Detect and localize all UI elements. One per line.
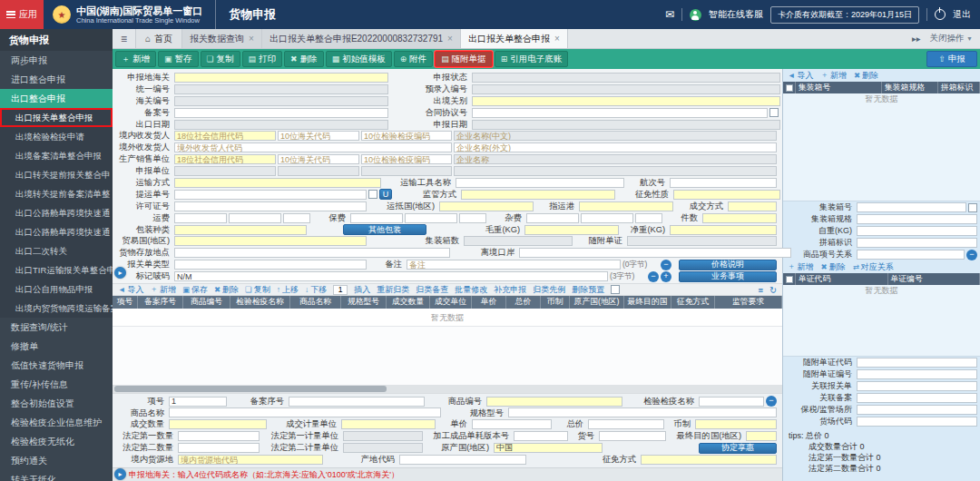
form-input[interactable] [399, 455, 526, 465]
declare-date-input[interactable] [472, 120, 780, 130]
grid-import-button[interactable]: ◄导入 [118, 284, 143, 296]
form-input[interactable] [702, 213, 777, 223]
form-input[interactable] [174, 190, 367, 200]
form-input[interactable] [343, 443, 423, 453]
form-input[interactable] [464, 236, 573, 246]
refresh-icon[interactable]: ↻ [769, 285, 777, 295]
container-field-input[interactable] [857, 202, 966, 212]
form-input[interactable] [454, 142, 777, 152]
scrollbar-thumb[interactable] [114, 386, 387, 392]
form-input[interactable] [407, 260, 621, 270]
round-button[interactable]: − [966, 250, 977, 260]
sidebar-item[interactable]: 两步申报 [0, 51, 113, 70]
sidebar-item-export-declaration[interactable]: 出口报关单整合申报 [0, 108, 113, 127]
apps-menu-button[interactable]: 应用 [0, 0, 44, 29]
form-input[interactable] [459, 213, 486, 223]
grid-move-down-button[interactable]: ↓下移 [305, 284, 327, 296]
tab-close-icon[interactable]: × [554, 34, 560, 44]
contract-checkbox[interactable] [769, 108, 779, 117]
container-import-button[interactable]: ◄导入 [788, 70, 813, 82]
record-no-input[interactable] [174, 108, 388, 118]
form-input[interactable] [174, 166, 276, 176]
sidebar-item[interactable]: 修撤单 [0, 337, 113, 356]
form-input[interactable] [174, 142, 452, 152]
sidebar-item[interactable]: 出口公路舱单跨境快速通 [0, 203, 113, 222]
sidebar-item[interactable]: 出境转关提前备案清单整 [0, 184, 113, 203]
delete-button[interactable]: ✖删除 [284, 51, 324, 67]
tab-home[interactable]: ⌂ 首页 [136, 29, 182, 48]
documents-field-input[interactable] [857, 393, 977, 403]
form-input[interactable] [405, 213, 457, 223]
form-input[interactable] [289, 397, 425, 407]
sidebar-item[interactable]: 重传/补传信息 [0, 375, 113, 394]
checkbox[interactable] [968, 203, 977, 212]
documents-field-input[interactable] [857, 358, 977, 368]
form-input[interactable] [343, 431, 423, 441]
grid-move-up-button[interactable]: ↑上移 [277, 284, 299, 296]
tab-export-declaration-doc[interactable]: 出口报关单整合申报E20220000832732791× [262, 29, 461, 48]
agreement-benefit-button[interactable]: 协定享惠 [699, 443, 777, 454]
form-input[interactable] [278, 131, 359, 141]
sidebar-item[interactable]: 出口TIR运输报关单整合申 [0, 260, 113, 280]
grid-reclassify-button[interactable]: 重新归类 [377, 284, 409, 296]
tab-close-icon[interactable]: × [447, 34, 453, 44]
new-button[interactable]: ＋新增 [115, 51, 156, 67]
sidebar-item[interactable]: 低值快速货物申报 [0, 356, 113, 375]
form-input[interactable] [174, 260, 367, 270]
documents-add-button[interactable]: ＋新增 [788, 261, 814, 273]
sidebar-item[interactable]: 出口整合申报 [0, 89, 113, 108]
form-input[interactable] [174, 201, 367, 211]
documents-field-input[interactable] [857, 381, 977, 391]
container-delete-button[interactable]: ✖删除 [854, 70, 878, 82]
form-input[interactable] [486, 397, 622, 407]
form-input[interactable] [627, 236, 777, 246]
form-input[interactable] [524, 225, 619, 235]
sidebar-item[interactable]: 检验检疫无纸化 [0, 432, 113, 451]
form-input[interactable] [283, 213, 310, 223]
customs-no-input[interactable] [174, 96, 388, 106]
form-input[interactable] [472, 419, 552, 429]
attachment-button[interactable]: ⊕附件 [394, 51, 434, 67]
collapse-detail-form-button[interactable]: ▸ [114, 468, 126, 480]
tab-export-declaration[interactable]: 出口报关单整合申报× [461, 29, 568, 48]
logout-button[interactable]: 退出 [953, 8, 971, 21]
form-input[interactable] [699, 397, 764, 407]
grid-delete-preset-button[interactable]: 删除预置 [572, 284, 604, 296]
form-input[interactable] [439, 201, 534, 211]
form-input[interactable] [174, 178, 381, 188]
copy-button[interactable]: ❏复制 [201, 51, 240, 67]
form-input[interactable] [174, 213, 227, 223]
header-checkbox[interactable] [783, 273, 796, 285]
customer-service-link[interactable]: 智能在线客服 [709, 8, 763, 21]
container-add-button[interactable]: ＋新增 [820, 70, 847, 82]
form-input[interactable] [361, 166, 452, 176]
form-input[interactable] [174, 248, 450, 258]
form-input[interactable] [454, 166, 777, 176]
sidebar-item[interactable]: 数据查询/统计 [0, 318, 113, 337]
container-field-input[interactable] [857, 238, 977, 248]
round-button[interactable]: + [661, 271, 671, 282]
form-input[interactable] [599, 431, 666, 441]
header-checkbox[interactable] [783, 82, 796, 93]
price-note-button[interactable]: 价格说明 [679, 260, 777, 270]
form-input[interactable] [454, 131, 777, 141]
horizontal-scrollbar[interactable] [113, 385, 782, 393]
form-input[interactable] [526, 213, 579, 223]
sidebar-item[interactable]: 出境备案清单整合申报 [0, 146, 113, 165]
form-input[interactable] [670, 178, 777, 188]
form-input[interactable] [361, 154, 452, 164]
form-input[interactable] [695, 419, 777, 429]
form-input[interactable] [728, 201, 777, 211]
round-button[interactable]: − [661, 260, 671, 270]
tab-data-query[interactable]: 报关数据查询× [182, 29, 262, 48]
form-input[interactable] [641, 455, 777, 465]
form-input[interactable] [169, 407, 441, 417]
export-date-input[interactable] [174, 120, 388, 130]
form-input[interactable] [174, 131, 276, 141]
contract-no-input[interactable] [472, 108, 768, 118]
sidebar-item[interactable]: 出境内贸货物跨境运输备案清 [0, 299, 113, 318]
sidebar-item[interactable]: 出境检验检疫申请 [0, 127, 113, 146]
grid-classify-precedent-button[interactable]: 归类先例 [533, 284, 565, 296]
form-input[interactable] [169, 419, 267, 429]
unified-no-input[interactable] [174, 84, 388, 94]
